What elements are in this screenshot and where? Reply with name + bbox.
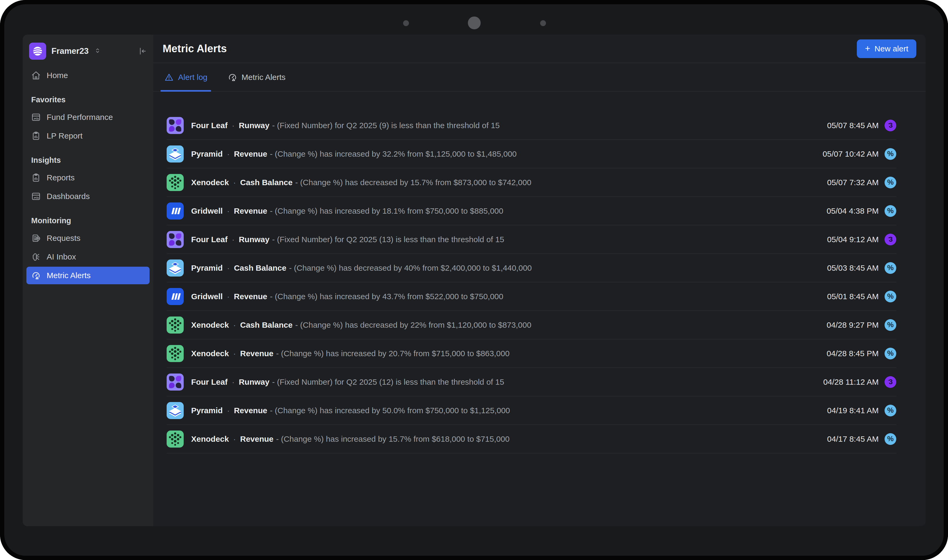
alert-timestamp: 05/03 8:45 AM: [827, 263, 879, 272]
alert-company: Four Leaf: [191, 235, 228, 244]
pyramid-logo: [166, 402, 184, 419]
alert-description: - (Change %) has decreased by 15.7% from…: [295, 178, 532, 187]
alert-timestamp: 05/07 8:45 AM: [827, 121, 879, 130]
dot-separator: ·: [233, 178, 236, 187]
tab-label: Alert log: [178, 73, 207, 82]
camera-dot-left: [403, 20, 409, 26]
alert-row[interactable]: Gridwell·Revenue- (Change %) has increas…: [166, 282, 896, 311]
alert-company: Xenodeck: [191, 349, 229, 358]
alert-company: Xenodeck: [191, 178, 229, 187]
alert-metric: Revenue: [240, 349, 273, 358]
sidebar-item-metric-alerts[interactable]: Metric Alerts: [26, 267, 150, 284]
sidebar-item-dashboards[interactable]: Dashboards: [26, 188, 150, 205]
alert-row[interactable]: Pyramid·Revenue- (Change %) has increase…: [166, 397, 896, 425]
alert-row[interactable]: Gridwell·Revenue- (Change %) has increas…: [166, 197, 896, 225]
alert-timestamp: 04/28 9:27 PM: [827, 320, 879, 329]
tab-alert-log[interactable]: Alert log: [163, 63, 209, 91]
percent-badge-icon: %: [885, 205, 896, 217]
dashboard-icon: [31, 192, 41, 201]
alert-row[interactable]: Xenodeck·Revenue- (Change %) has increas…: [166, 425, 896, 454]
xenodeck-logo: [166, 317, 184, 334]
alert-row[interactable]: Four Leaf·Runway- (Fixed Number) for Q2 …: [166, 111, 896, 140]
clipboard-icon: [31, 173, 41, 183]
alert-description: - (Change %) has increased by 50.0% from…: [270, 406, 510, 415]
camera-lens: [468, 17, 481, 29]
page-header: Metric Alerts + New alert: [153, 35, 926, 63]
sidebar: Framer23 HomeFavoritesFund PerformanceLP…: [23, 35, 153, 526]
sidebar-item-fund-performance[interactable]: Fund Performance: [26, 108, 150, 126]
alert-row[interactable]: Pyramid·Revenue- (Change %) has increase…: [166, 140, 896, 168]
workspace-logo: [29, 43, 46, 60]
sidebar-item-ai-inbox[interactable]: AI Inbox: [26, 248, 150, 266]
alert-row[interactable]: Four Leaf·Runway- (Fixed Number) for Q2 …: [166, 368, 896, 397]
sidebar-item-label: Requests: [47, 234, 80, 243]
alert-text: Xenodeck·Revenue- (Change %) has increas…: [191, 434, 509, 443]
alert-text: Pyramid·Revenue- (Change %) has increase…: [191, 406, 510, 415]
ai-brain-icon: [31, 252, 41, 262]
alert-row[interactable]: Xenodeck·Revenue- (Change %) has increas…: [166, 339, 896, 368]
sidebar-item-reports[interactable]: Reports: [26, 169, 150, 186]
alert-meta: 05/04 4:38 PM%: [819, 205, 896, 217]
xenodeck-logo: [166, 345, 184, 362]
number-badge-icon: ˆ3: [885, 376, 896, 388]
alert-description: - (Change %) has increased by 15.7% from…: [276, 434, 510, 443]
sidebar-collapse-button[interactable]: [137, 46, 148, 57]
alert-description: - (Fixed Number) for Q2 2025 (13) is les…: [272, 235, 504, 244]
alert-metric: Revenue: [240, 434, 273, 443]
alert-company: Four Leaf: [191, 377, 228, 386]
dot-separator: ·: [227, 406, 230, 415]
alert-meta: 04/28 11:12 AMˆ3: [815, 376, 896, 388]
dot-separator: ·: [233, 349, 236, 358]
pyramid-logo: [166, 260, 184, 277]
warning-triangle-icon: [164, 72, 174, 82]
chevron-updown-icon: [94, 47, 101, 55]
alert-log-list: Four Leaf·Runway- (Fixed Number) for Q2 …: [166, 111, 896, 454]
alert-text: Xenodeck·Cash Balance- (Change %) has de…: [191, 178, 531, 187]
sidebar-item-home[interactable]: Home: [26, 66, 150, 84]
alert-text: Xenodeck·Cash Balance- (Change %) has de…: [191, 320, 531, 329]
alert-description: - (Change %) has decreased by 40% from $…: [289, 263, 532, 272]
alert-metric: Revenue: [234, 149, 267, 158]
alert-company: Pyramid: [191, 263, 223, 272]
sidebar-item-requests[interactable]: Requests: [26, 229, 150, 247]
alert-meta: 05/03 8:45 AM%: [819, 262, 896, 274]
sidebar-item-label: AI Inbox: [47, 252, 76, 262]
percent-badge-icon: %: [885, 177, 896, 188]
gridwell-logo: [166, 288, 184, 305]
workspace-switcher[interactable]: Framer23: [26, 43, 150, 60]
alert-description: - (Fixed Number) for Q2 2025 (9) is less…: [272, 121, 500, 130]
alert-metric: Cash Balance: [240, 320, 293, 329]
alert-row[interactable]: Four Leaf·Runway- (Fixed Number) for Q2 …: [166, 225, 896, 254]
alert-timestamp: 04/28 8:45 PM: [827, 349, 879, 358]
four-leaf-logo: [166, 374, 184, 391]
alert-meta: 04/28 9:27 PM%: [819, 319, 896, 331]
sidebar-item-lp-report[interactable]: LP Report: [26, 127, 150, 145]
four-leaf-logo: [166, 231, 184, 248]
sidebar-item-label: Fund Performance: [47, 113, 113, 122]
alert-row[interactable]: Xenodeck·Cash Balance- (Change %) has de…: [166, 168, 896, 197]
wave-sphere-icon: [32, 45, 43, 57]
main-panel: Metric Alerts + New alert Alert logMetri…: [153, 35, 926, 526]
alert-row[interactable]: Xenodeck·Cash Balance- (Change %) has de…: [166, 311, 896, 339]
dot-separator: ·: [227, 263, 230, 272]
sidebar-nav: HomeFavoritesFund PerformanceLP ReportIn…: [26, 66, 150, 285]
alert-row[interactable]: Pyramid·Cash Balance- (Change %) has dec…: [166, 254, 896, 282]
alert-description: - (Change %) has increased by 20.7% from…: [276, 349, 510, 358]
xenodeck-logo: [166, 174, 184, 191]
alert-meta: 04/28 8:45 PM%: [819, 348, 896, 359]
alert-description: - (Change %) has increased by 32.2% from…: [270, 149, 516, 158]
pyramid-logo: [166, 145, 184, 163]
xenodeck-logo: [166, 431, 184, 448]
alert-text: Pyramid·Cash Balance- (Change %) has dec…: [191, 263, 532, 272]
percent-badge-icon: %: [885, 291, 896, 302]
device-frame: Framer23 HomeFavoritesFund PerformanceLP…: [0, 0, 948, 560]
gauge-alert-icon: [228, 72, 237, 82]
new-alert-button[interactable]: + New alert: [857, 39, 916, 58]
tab-bar: Alert logMetric Alerts: [153, 63, 926, 92]
tab-label: Metric Alerts: [242, 73, 285, 82]
dot-separator: ·: [232, 235, 234, 244]
tab-metric-alerts[interactable]: Metric Alerts: [226, 63, 287, 91]
alert-description: - (Change %) has decreased by 22% from $…: [295, 320, 532, 329]
sidebar-item-label: LP Report: [47, 131, 83, 140]
sidebar-item-label: Reports: [47, 173, 75, 182]
